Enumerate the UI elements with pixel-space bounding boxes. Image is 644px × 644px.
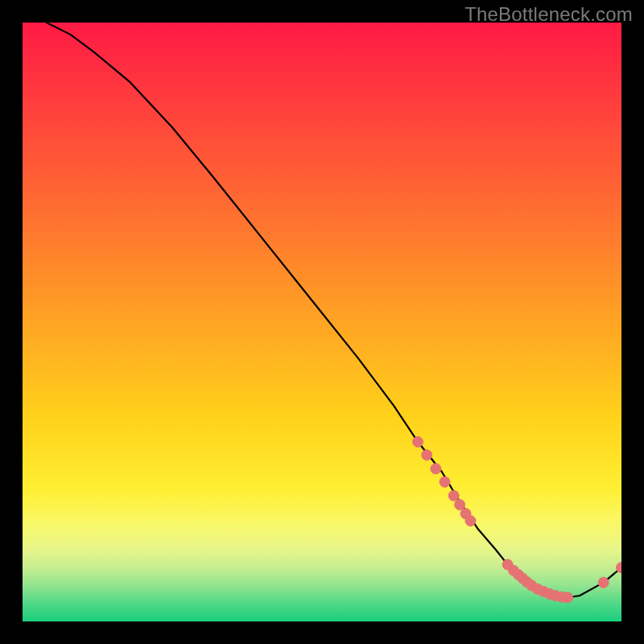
data-marker [413, 436, 423, 447]
data-marker [431, 464, 441, 474]
data-marker [455, 499, 465, 510]
chart-area [23, 23, 621, 621]
data-marker [598, 577, 609, 588]
bottleneck-chart [23, 23, 621, 621]
data-markers [413, 436, 621, 602]
data-marker [422, 450, 432, 460]
data-marker [465, 516, 476, 526]
data-marker [448, 490, 459, 501]
data-marker [563, 592, 573, 603]
watermark-text: TheBottleneck.com [464, 3, 633, 26]
bottleneck-curve [47, 23, 621, 597]
data-marker [440, 477, 450, 487]
app-root: TheBottleneck.com [0, 0, 644, 644]
